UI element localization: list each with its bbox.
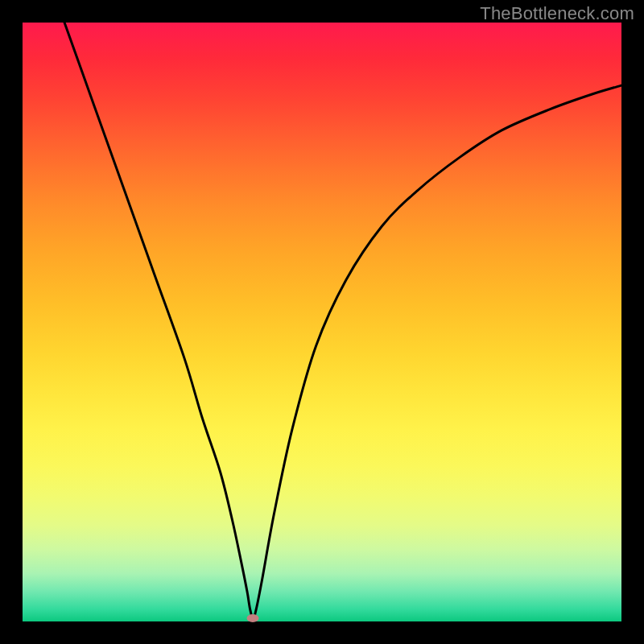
chart-min-marker [247, 614, 259, 622]
chart-curve-path [64, 23, 621, 618]
chart-curve-svg [23, 23, 621, 621]
watermark-text: TheBottleneck.com [480, 3, 634, 24]
chart-plot-area [23, 23, 621, 621]
